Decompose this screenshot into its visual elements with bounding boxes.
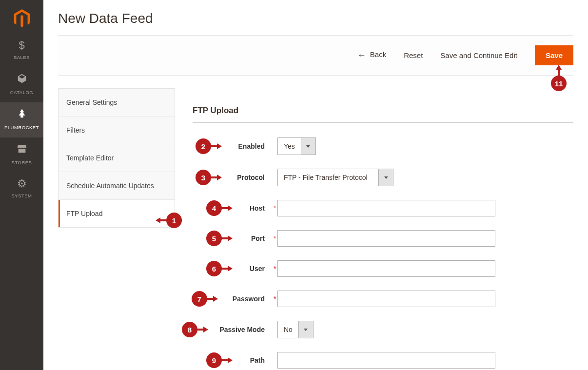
cube-icon xyxy=(0,73,43,86)
store-icon xyxy=(0,143,43,156)
field-host: 4 Host * xyxy=(193,200,573,216)
action-bar: Back Reset Save and Continue Edit Save 1… xyxy=(58,35,573,76)
label-path: Path xyxy=(193,356,271,364)
label-password: Password xyxy=(193,295,271,303)
tab-ftp-upload[interactable]: FTP Upload xyxy=(59,200,175,227)
page-title: New Data Feed xyxy=(58,0,573,35)
admin-nav: $ SALES CATALOG PLUMROCKET STORES ⚙ SYST… xyxy=(0,0,43,370)
annotation-11: 11 xyxy=(551,65,567,91)
input-password[interactable] xyxy=(277,291,495,307)
chevron-down-icon xyxy=(378,169,393,186)
input-user[interactable] xyxy=(277,260,495,277)
tab-filters[interactable]: Filters xyxy=(59,117,175,144)
input-path[interactable] xyxy=(277,352,495,369)
reset-button[interactable]: Reset xyxy=(404,51,423,59)
field-port: 5 Port * xyxy=(193,230,573,247)
save-continue-button[interactable]: Save and Continue Edit xyxy=(440,51,517,59)
magento-logo-icon[interactable] xyxy=(12,9,32,28)
nav-stores[interactable]: STORES xyxy=(0,137,43,173)
tab-schedule-updates[interactable]: Schedule Automatic Updates xyxy=(59,172,175,200)
panel-title: FTP Upload xyxy=(193,106,573,123)
dollar-icon: $ xyxy=(0,40,43,51)
nav-catalog[interactable]: CATALOG xyxy=(0,67,43,102)
nav-label: CATALOG xyxy=(10,90,34,95)
nav-sales[interactable]: $ SALES xyxy=(0,34,43,67)
input-port[interactable] xyxy=(277,230,495,247)
tab-template-editor[interactable]: Template Editor xyxy=(59,144,175,172)
label-user: User xyxy=(193,265,271,273)
chevron-down-icon xyxy=(301,138,315,155)
nav-plumrocket[interactable]: PLUMROCKET xyxy=(0,102,43,137)
label-port: Port xyxy=(193,234,271,242)
label-passive-mode: Passive Mode xyxy=(193,326,271,333)
tree-icon xyxy=(0,108,43,121)
nav-label: SYSTEM xyxy=(11,193,32,198)
form-panel: FTP Upload 2 Enabled Yes xyxy=(193,88,573,370)
field-protocol: 3 Protocol FTP - File Transfer Protocol xyxy=(193,169,573,186)
back-button[interactable]: Back xyxy=(357,50,386,60)
nav-label: PLUMROCKET xyxy=(4,125,39,130)
save-button[interactable]: Save xyxy=(535,45,573,65)
field-passive-mode: 8 Passive Mode No xyxy=(193,321,573,338)
nav-system[interactable]: ⚙ SYSTEM xyxy=(0,173,43,206)
select-enabled[interactable]: Yes xyxy=(277,137,316,155)
side-tabs: General Settings Filters Template Editor… xyxy=(58,88,175,228)
field-user: 6 User * xyxy=(193,260,573,277)
chevron-down-icon xyxy=(298,321,313,338)
label-host: Host xyxy=(193,204,271,212)
select-passive-mode[interactable]: No xyxy=(277,321,314,338)
gear-icon: ⚙ xyxy=(0,178,43,189)
field-enabled: 2 Enabled Yes xyxy=(193,137,573,155)
input-host[interactable] xyxy=(277,200,495,216)
label-enabled: Enabled xyxy=(193,142,271,150)
label-protocol: Protocol xyxy=(193,174,271,181)
field-password: 7 Password * xyxy=(193,291,573,307)
tab-general-settings[interactable]: General Settings xyxy=(59,89,175,117)
nav-label: SALES xyxy=(14,55,30,60)
select-protocol[interactable]: FTP - File Transfer Protocol xyxy=(277,169,393,186)
nav-label: STORES xyxy=(12,160,32,165)
field-path: 9 Path xyxy=(193,352,573,369)
